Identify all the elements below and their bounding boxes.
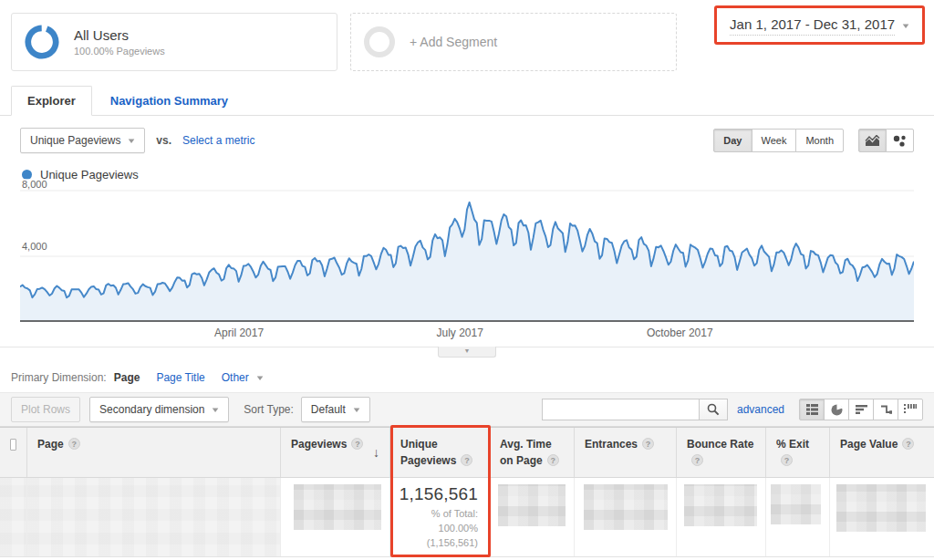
data-view-button[interactable] [799,399,825,420]
help-icon[interactable]: ? [781,454,793,466]
series-label: Unique Pageviews [40,168,139,181]
search-button[interactable] [699,399,728,420]
table-view-toggle [799,399,923,420]
page-value-cell-redacted [830,478,934,556]
bounce-rate-cell-redacted [677,478,766,556]
line-chart-view-button[interactable] [858,129,887,152]
metric-bar: Unique Pageviews ▼ vs. Select a metric D… [0,116,934,162]
table-totals-row: 1,156,561 % of Total: 100.00% (1,156,561… [0,478,934,557]
motion-chart-icon [893,135,907,147]
help-icon[interactable]: ? [547,454,559,466]
report-tabs: Explorer Navigation Summary [0,86,934,116]
date-range-picker[interactable]: Jan 1, 2017 - Dec 31, 2017 ▼ [714,5,925,45]
pageviews-cell-redacted [281,478,390,556]
segment-bar: All Users 100.00% Pageviews + Add Segmen… [0,0,934,71]
date-range-label: Jan 1, 2017 - Dec 31, 2017 [730,16,895,36]
help-icon[interactable]: ? [642,438,654,450]
dimension-page[interactable]: Page [114,371,140,384]
search-input[interactable] [542,399,699,420]
table-grid-icon [806,404,818,415]
redacted-value [771,484,821,524]
percentage-view-button[interactable] [824,399,849,420]
help-icon[interactable]: ? [461,454,472,466]
bar-performance-icon [856,404,867,415]
segment-title: All Users [74,27,165,43]
table-search [542,399,728,420]
motion-chart-view-button[interactable] [886,129,914,152]
primary-dimension-row: Primary Dimension: Page Page Title Other… [11,371,934,384]
performance-view-button[interactable] [848,399,874,420]
advanced-search-link[interactable]: advanced [737,403,784,416]
tab-navigation-summary[interactable]: Navigation Summary [92,87,246,115]
pivot-icon [904,404,917,415]
chevron-down-icon: ▼ [900,22,910,30]
column-header-bounce-rate[interactable]: Bounce Rate? [677,428,766,477]
tab-explorer[interactable]: Explorer [11,86,92,116]
column-header-avg-time[interactable]: Avg. Time on Page? [490,428,575,477]
column-header-unique-pageviews[interactable]: Unique Pageviews? [390,428,490,477]
unique-pageviews-total: 1,156,561 [390,484,478,504]
comparison-view-button[interactable] [873,399,898,420]
dimension-other[interactable]: Other [222,371,249,384]
redacted-value [294,484,381,530]
vs-label: vs. [156,134,171,147]
secondary-dimension-dropdown[interactable]: Secondary dimension ▼ [89,397,229,422]
column-header-pageviews[interactable]: Pageviews? ↓ [281,428,390,477]
segment-donut-icon [25,25,59,59]
add-segment-donut-icon [364,26,395,57]
select-all-checkbox[interactable] [10,439,16,451]
help-icon[interactable]: ? [902,438,914,450]
chart-collapse-handle[interactable]: ▼ [438,347,496,358]
dimension-page-title[interactable]: Page Title [156,371,204,384]
column-header-pct-exit[interactable]: % Exit? [766,428,830,477]
y-axis-tick-4000: 4,000 [22,241,51,252]
column-header-page-value[interactable]: Page Value? [830,428,934,477]
add-segment-button[interactable]: + Add Segment [350,13,677,71]
metric-dropdown-label: Unique Pageviews [30,134,120,147]
avg-time-cell-redacted [490,478,575,556]
select-metric-link[interactable]: Select a metric [182,134,254,147]
entrances-cell-redacted [575,478,677,556]
column-header-page[interactable]: Page? [27,428,281,477]
chart-type-toggle [858,129,914,152]
sort-type-dropdown[interactable]: Default ▼ [301,397,370,422]
redacted-value [684,484,757,526]
timeseries-chart[interactable]: 8,000 4,000 [20,185,914,322]
segment-subtitle: 100.00% Pageviews [74,46,165,57]
x-axis-tick-april: April 2017 [214,327,264,339]
chevron-down-icon: ▼ [254,374,265,382]
unique-pageviews-pct-of-total: % of Total: 100.00% (1,156,561) [390,507,478,551]
chart-legend: Unique Pageviews [22,168,934,181]
row-checkbox-cell [0,478,27,556]
granularity-toggle: Day Week Month [713,129,844,152]
chart-footer-divider: ▼ [0,347,934,358]
granularity-month-button[interactable]: Month [795,129,844,152]
y-axis-tick-8000: 8,000 [22,179,51,190]
x-axis-tick-july: July 2017 [436,327,483,339]
chart-canvas [20,185,914,322]
x-axis-tick-october: October 2017 [647,327,713,339]
x-axis: April 2017 July 2017 October 2017 [20,324,914,342]
segment-all-users[interactable]: All Users 100.00% Pageviews [11,13,337,71]
pivot-view-button[interactable] [898,399,923,420]
sort-type-label: Sort Type: [244,403,293,416]
chevron-down-icon: ▼ [211,406,221,414]
sort-desc-icon[interactable]: ↓ [373,443,379,462]
search-icon [707,403,720,416]
help-icon[interactable]: ? [68,438,80,450]
column-header-entrances[interactable]: Entrances? [575,428,677,477]
plot-rows-button[interactable]: Plot Rows [11,397,80,422]
chevron-down-icon: ▼ [127,137,137,145]
help-icon[interactable]: ? [691,454,703,466]
granularity-week-button[interactable]: Week [752,129,797,152]
report-table: Page? Pageviews? ↓ Unique Pageviews? Avg… [0,427,934,557]
table-header-row: Page? Pageviews? ↓ Unique Pageviews? Avg… [0,428,934,478]
redacted-value [836,484,926,532]
chevron-down-icon: ▼ [351,406,361,414]
line-chart-icon [865,135,880,147]
metric-dropdown[interactable]: Unique Pageviews ▼ [20,128,145,153]
granularity-day-button[interactable]: Day [713,129,752,152]
table-toolbar: Plot Rows Secondary dimension ▼ Sort Typ… [0,392,934,427]
help-icon[interactable]: ? [351,438,363,450]
primary-dimension-label: Primary Dimension: [11,371,107,384]
